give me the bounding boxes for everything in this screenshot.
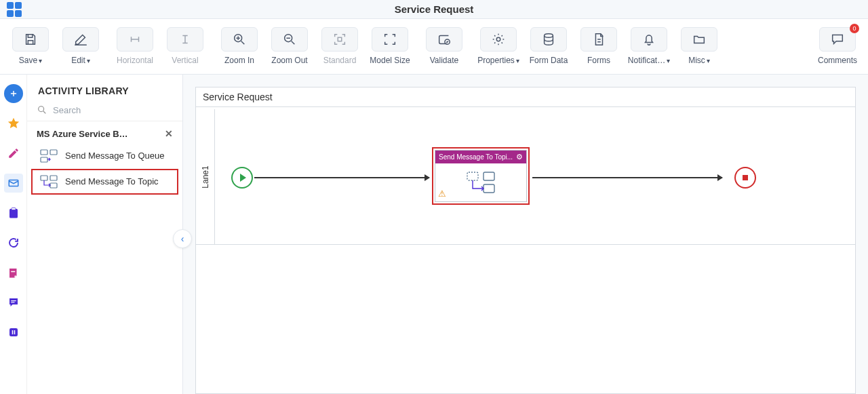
svg-rect-7 bbox=[12, 208, 16, 210]
document-icon bbox=[591, 32, 606, 47]
activity-item-send-to-topic[interactable]: Send Message To Topic bbox=[31, 169, 178, 195]
note-icon bbox=[7, 267, 20, 279]
favorites-button[interactable] bbox=[4, 114, 23, 133]
clipboard-rail-button[interactable] bbox=[4, 203, 23, 222]
sequence-flow[interactable] bbox=[254, 177, 429, 178]
folder-icon bbox=[692, 32, 707, 47]
process-title: Service Request bbox=[196, 87, 855, 107]
svg-rect-17 bbox=[41, 157, 47, 162]
notifications-button[interactable]: Notificat…▾ bbox=[625, 27, 673, 65]
zoom-out-button[interactable]: Zoom Out bbox=[266, 27, 313, 65]
process-frame: Service Request Lane1 Send Message To To… bbox=[195, 87, 856, 394]
align-vertical-icon bbox=[178, 32, 193, 47]
start-node[interactable] bbox=[231, 167, 253, 189]
clipboard-icon bbox=[7, 207, 20, 219]
search-field[interactable] bbox=[37, 104, 173, 115]
play-icon bbox=[240, 174, 246, 182]
svg-rect-23 bbox=[484, 184, 494, 193]
chevron-down-icon: ▾ bbox=[39, 57, 42, 64]
gear-icon[interactable]: ⚙ bbox=[516, 153, 523, 161]
add-button[interactable] bbox=[4, 84, 23, 103]
gear-icon bbox=[491, 32, 506, 47]
chat-rail-button[interactable] bbox=[4, 293, 23, 312]
activity-library-panel: ACTIVITY LIBRARY MS Azure Service B… ✕ S… bbox=[27, 75, 183, 394]
svg-rect-22 bbox=[484, 172, 494, 180]
svg-rect-12 bbox=[12, 330, 13, 334]
refresh-rail-button[interactable] bbox=[4, 233, 23, 252]
svg-rect-13 bbox=[14, 330, 15, 334]
inbox-rail-button[interactable] bbox=[4, 174, 23, 193]
misc-button[interactable]: Misc▾ bbox=[675, 27, 723, 65]
svg-rect-18 bbox=[41, 176, 47, 180]
task-header: Send Message To Topi... ⚙ bbox=[435, 151, 526, 163]
end-node[interactable] bbox=[734, 167, 756, 189]
activity-item-send-to-queue[interactable]: Send Message To Queue bbox=[31, 143, 178, 169]
svg-rect-21 bbox=[467, 172, 478, 180]
svg-rect-16 bbox=[50, 150, 57, 155]
svg-rect-15 bbox=[41, 150, 47, 155]
activity-group-header[interactable]: MS Azure Service B… ✕ bbox=[27, 121, 182, 143]
star-icon bbox=[7, 117, 20, 130]
canvas-area[interactable]: Service Request Lane1 Send Message To To… bbox=[183, 75, 868, 394]
lane-label: Lane1 bbox=[201, 165, 210, 188]
model-size-button[interactable]: Model Size bbox=[366, 27, 414, 65]
warning-icon: ⚠ bbox=[438, 189, 446, 199]
search-input[interactable] bbox=[53, 105, 173, 115]
activity-library-title: ACTIVITY LIBRARY bbox=[27, 75, 182, 104]
pause-rail-button[interactable] bbox=[4, 323, 23, 342]
task-body-icon bbox=[466, 171, 496, 194]
zoom-standard-icon bbox=[332, 32, 347, 47]
refresh-icon bbox=[7, 237, 20, 249]
topic-activity-icon bbox=[39, 174, 58, 189]
queue-activity-icon bbox=[39, 149, 58, 163]
svg-rect-19 bbox=[50, 176, 57, 180]
chevron-down-icon: ▾ bbox=[667, 57, 670, 64]
stop-icon bbox=[743, 175, 748, 180]
edit-button[interactable]: Edit▾ bbox=[57, 27, 104, 65]
close-group-button[interactable]: ✕ bbox=[165, 128, 173, 139]
lane-header[interactable]: Lane1 bbox=[196, 109, 215, 244]
page-title: Service Request bbox=[395, 3, 474, 15]
pause-icon bbox=[7, 326, 20, 338]
svg-rect-9 bbox=[11, 300, 16, 301]
arrow-icon bbox=[425, 174, 430, 181]
validate-button[interactable]: Validate bbox=[420, 27, 468, 65]
database-icon bbox=[541, 32, 556, 47]
svg-rect-20 bbox=[50, 183, 57, 188]
chevron-down-icon: ▾ bbox=[87, 57, 90, 64]
activity-item-label: Send Message To Queue bbox=[65, 151, 164, 161]
forms-button[interactable]: Forms bbox=[575, 27, 623, 65]
comments-button[interactable]: 0 Comments bbox=[814, 27, 861, 65]
zoom-standard-button[interactable]: Standard bbox=[316, 27, 363, 65]
form-data-button[interactable]: Form Data bbox=[525, 27, 572, 65]
pencil-icon bbox=[7, 147, 20, 159]
main-area: ACTIVITY LIBRARY MS Azure Service B… ✕ S… bbox=[0, 75, 868, 394]
note-rail-button[interactable] bbox=[4, 263, 23, 282]
plus-icon bbox=[9, 89, 18, 98]
task-node-send-to-topic[interactable]: Send Message To Topi... ⚙ ⚠ bbox=[432, 147, 530, 205]
arrow-icon bbox=[717, 174, 723, 181]
svg-rect-8 bbox=[11, 271, 15, 273]
zoom-in-button[interactable]: Zoom In bbox=[216, 27, 263, 65]
sequence-flow[interactable] bbox=[532, 177, 722, 178]
task-body: ⚠ bbox=[435, 163, 526, 201]
chat-icon bbox=[7, 296, 20, 309]
properties-button[interactable]: Properties▾ bbox=[475, 27, 522, 65]
apps-icon[interactable] bbox=[7, 2, 22, 17]
align-vertical-button[interactable]: Vertical bbox=[161, 27, 209, 65]
edit-rail-button[interactable] bbox=[4, 144, 23, 163]
edit-icon bbox=[73, 32, 88, 47]
align-horizontal-button[interactable]: Horizontal bbox=[111, 27, 159, 65]
swimlane[interactable]: Lane1 Send Message To Topi... ⚙ bbox=[196, 109, 855, 245]
activity-group-label: MS Azure Service B… bbox=[37, 129, 128, 139]
model-size-icon bbox=[382, 32, 397, 47]
save-button[interactable]: Save▾ bbox=[7, 27, 54, 65]
svg-point-14 bbox=[39, 106, 44, 112]
toolbar: Save▾ Edit▾ Horizontal Vertical Zoom In … bbox=[0, 19, 868, 75]
svg-point-5 bbox=[545, 34, 553, 38]
collapse-sidebar-button[interactable]: ‹ bbox=[173, 229, 192, 248]
page-header: Service Request bbox=[0, 0, 868, 19]
align-horizontal-icon bbox=[127, 32, 142, 47]
save-icon bbox=[23, 32, 38, 47]
left-rail bbox=[0, 75, 27, 394]
